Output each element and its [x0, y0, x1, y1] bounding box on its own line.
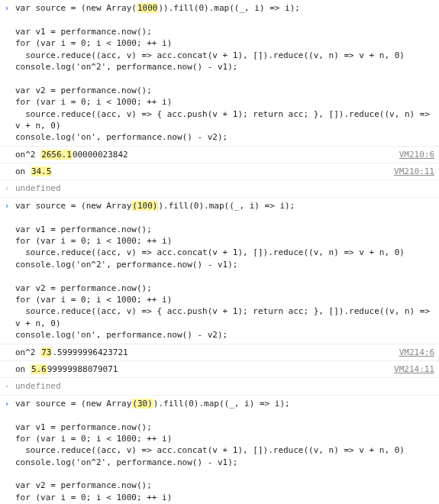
source-link[interactable]: VM210:6	[396, 149, 434, 160]
return-icon	[0, 380, 14, 392]
log-output-on: on 5.699999988079071	[14, 363, 436, 376]
log-output-on: on 34.5	[14, 165, 436, 178]
return-icon	[0, 148, 14, 149]
source-link[interactable]: VM214:6	[396, 347, 434, 358]
prompt-icon	[0, 199, 14, 212]
source-link[interactable]: VM210:11	[391, 166, 434, 177]
return-icon	[0, 182, 14, 194]
code-input[interactable]: var source = (new Array(30)).fill(0).map…	[14, 397, 436, 504]
prompt-icon	[0, 397, 14, 409]
prompt-icon	[0, 2, 14, 14]
return-icon	[0, 165, 14, 166]
code-input[interactable]: var source = (new Array(1000)).fill(0).m…	[14, 2, 436, 144]
return-icon	[0, 346, 14, 347]
return-icon	[0, 363, 14, 363]
log-output-on2: on^2 2656.100000023842	[14, 148, 436, 161]
return-value: undefined	[14, 182, 436, 195]
code-input[interactable]: var source = (new Array(100)).fill(0).ma…	[14, 199, 436, 342]
return-value: undefined	[14, 380, 436, 393]
source-link[interactable]: VM214:11	[391, 363, 434, 375]
log-output-on2: on^2 73.59999996423721	[14, 346, 436, 359]
